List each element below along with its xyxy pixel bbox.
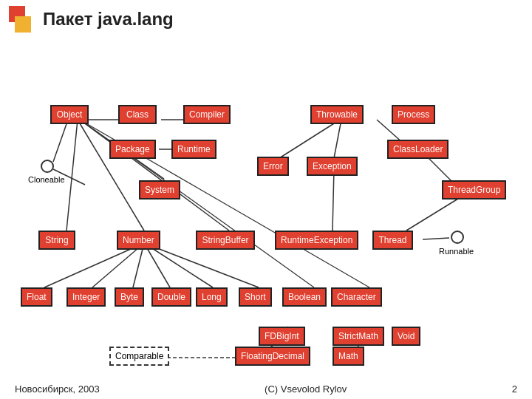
svg-line-24 <box>144 243 259 287</box>
short-box: Short <box>239 287 272 307</box>
error-box: Error <box>257 157 289 176</box>
header: Пакет java.lang <box>0 0 532 38</box>
thread-box: Thread <box>372 231 413 250</box>
svg-line-5 <box>279 120 340 158</box>
svg-line-8 <box>332 169 334 231</box>
svg-line-20 <box>92 243 144 287</box>
fdbigint-box: FDBigInt <box>259 327 305 346</box>
svg-line-6 <box>334 120 341 158</box>
string-box: String <box>38 231 75 250</box>
footer-left: Новосибирск, 2003 <box>15 383 100 395</box>
svg-line-17 <box>78 120 144 231</box>
void-box: Void <box>392 327 420 346</box>
svg-line-18 <box>80 120 229 231</box>
footer-right: 2 <box>512 383 517 395</box>
svg-line-22 <box>144 243 170 287</box>
object-box: Object <box>50 105 89 124</box>
runtimeexception-box: RuntimeException <box>275 231 358 250</box>
math-box: Math <box>332 347 364 366</box>
footer: Новосибирск, 2003 (C) Vsevolod Rylov 2 <box>0 383 532 395</box>
throwable-box: Throwable <box>310 105 364 124</box>
exception-box: Exception <box>307 157 358 176</box>
double-box: Double <box>151 287 191 307</box>
runtime-box: Runtime <box>171 140 216 159</box>
runnable-label: Runnable <box>439 247 474 256</box>
long-box: Long <box>196 287 228 307</box>
diagram: Object Class Compiler Throwable Process … <box>0 40 532 387</box>
runnable-circle <box>451 231 464 244</box>
system-box: System <box>139 180 180 200</box>
cloneable-label: Cloneable <box>28 175 65 184</box>
number-box: Number <box>117 231 160 250</box>
byte-box: Byte <box>115 287 144 307</box>
page-title: Пакет java.lang <box>43 9 174 30</box>
strictmath-box: StrictMath <box>332 327 384 346</box>
cloneable-circle <box>41 160 54 173</box>
class-box: Class <box>118 105 157 124</box>
svg-line-19 <box>44 243 144 287</box>
integer-box: Integer <box>66 287 106 307</box>
svg-line-15 <box>66 120 78 231</box>
svg-line-23 <box>144 243 213 287</box>
svg-line-2 <box>53 120 68 162</box>
svg-line-14 <box>423 238 449 239</box>
float-box: Float <box>21 287 52 307</box>
character-box: Character <box>331 287 382 307</box>
logo <box>9 6 35 33</box>
svg-line-12 <box>406 195 464 231</box>
floatingdecimal-box: FloatingDecimal <box>235 347 310 366</box>
svg-line-21 <box>133 243 144 287</box>
package-box: Package <box>109 140 156 159</box>
classloader-box: ClassLoader <box>387 140 449 159</box>
compiler-box: Compiler <box>183 105 231 124</box>
process-box: Process <box>392 105 435 124</box>
threadgroup-box: ThreadGroup <box>442 180 506 200</box>
comparable-box: Comparable <box>109 347 169 366</box>
footer-center: (C) Vsevolod Rylov <box>265 383 347 395</box>
stringbuffer-box: StringBuffer <box>196 231 255 250</box>
boolean-box: Boolean <box>282 287 327 307</box>
